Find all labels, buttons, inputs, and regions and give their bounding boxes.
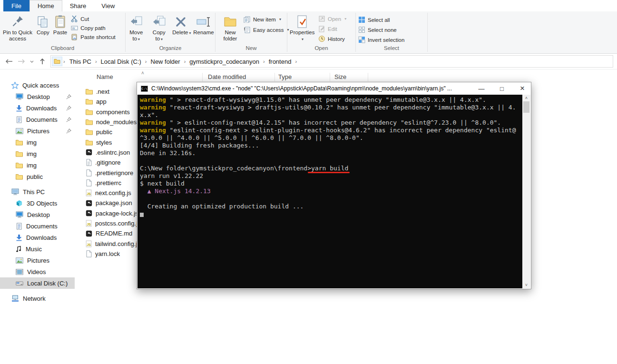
column-header-date-modified[interactable]: Date modified <box>208 73 246 80</box>
address-breadcrumb-box[interactable]: › This PC›Local Disk (C:)›New folder›gym… <box>50 55 613 68</box>
sidebar-item-downloads[interactable]: Downloads <box>0 102 75 114</box>
sidebar-item-desktop[interactable]: Desktop <box>0 91 75 102</box>
scrollbar-thumb[interactable] <box>523 101 529 113</box>
file-name: .prettierignore <box>95 169 133 177</box>
sidebar-item-pictures[interactable]: Pictures <box>0 255 75 266</box>
tab-file[interactable]: File <box>3 0 29 11</box>
history-button[interactable]: History <box>318 35 346 43</box>
invert-selection-button[interactable]: Invert selection <box>358 36 404 44</box>
paste-shortcut-button[interactable]: Paste shortcut <box>71 33 116 41</box>
file-name: next.config.js <box>95 189 131 197</box>
terminal-line: Creating an optimized production build .… <box>140 203 522 210</box>
back-button[interactable] <box>3 56 15 67</box>
move-to-button[interactable]: Move to▾ <box>125 13 147 43</box>
properties-button[interactable]: Properties▾ <box>288 13 316 43</box>
tab-home[interactable]: Home <box>29 0 62 11</box>
sidebar-item-music[interactable]: Music <box>0 243 75 255</box>
sidebar-section-quick-access[interactable]: Quick access <box>0 79 75 91</box>
music-icon <box>16 246 22 253</box>
navigation-pane: Quick accessDesktopDownloadsDocumentsPic… <box>0 70 75 364</box>
breadcrumb-segment[interactable]: Local Disk (C:) <box>98 57 145 66</box>
sidebar-item-img[interactable]: img <box>0 148 75 159</box>
new-item-button[interactable]: New item ▾ <box>244 15 289 23</box>
column-header-size[interactable]: Size <box>334 73 346 80</box>
terminal-cursor <box>140 213 144 217</box>
select-none-button[interactable]: Select none <box>358 26 404 34</box>
pin-glyph-icon <box>66 117 71 122</box>
up-button[interactable] <box>36 56 49 67</box>
sidebar-item-public[interactable]: public <box>0 171 75 182</box>
new-folder-button[interactable]: New folder <box>219 13 242 42</box>
js-file-icon: JS <box>86 220 92 227</box>
breadcrumb-chevron: › <box>294 59 297 64</box>
sidebar-item-3d-objects[interactable]: 3D Objects <box>0 197 75 209</box>
sidebar-section-this-pc[interactable]: This PC <box>0 186 75 197</box>
chevron-down-icon: ▾ <box>189 31 191 35</box>
terminal[interactable]: warning " > react-draft-wysiwyg@1.15.0" … <box>137 95 530 288</box>
breadcrumb-segment[interactable]: frontend <box>265 57 295 66</box>
file-name: app <box>96 98 107 105</box>
sidebar-item-videos[interactable]: Videos <box>0 266 75 277</box>
cmd-title-bar[interactable]: C:\ C:\Windows\system32\cmd.exe - "node"… <box>137 82 531 95</box>
column-header-name[interactable]: Name <box>97 73 113 80</box>
terminal-line: ▲ Next.js 14.2.13 <box>140 187 522 195</box>
svg-text:JS: JS <box>87 223 91 226</box>
terminal-line: warning "react-draft-wysiwyg > draftjs-u… <box>140 104 522 111</box>
js-file-icon: JS <box>86 189 92 197</box>
edit-button[interactable]: Edit <box>318 25 346 33</box>
ribbon-group-organize: Move to▾ Copy to▾ Delete▾ Rename <box>126 11 215 53</box>
pc-icon <box>11 188 19 195</box>
column-divider[interactable] <box>330 73 330 81</box>
sidebar-item-documents[interactable]: Documents <box>0 220 75 232</box>
recent-locations-dropdown[interactable] <box>28 56 36 67</box>
easy-access-button[interactable]: Easy access ▾ <box>244 26 289 34</box>
terminal-line: ^3.0.0 || ^4.0.0 || ^5.0.0 || ^6.0.0 || … <box>140 134 522 142</box>
properties-icon <box>296 14 308 30</box>
chevron-down-icon: ▾ <box>344 17 346 21</box>
close-icon[interactable]: × <box>514 82 531 95</box>
maximize-icon[interactable]: □ <box>493 82 510 95</box>
pin-to-quick-access-button[interactable]: Pin to Quick access <box>0 13 35 42</box>
select-none-icon <box>358 26 365 33</box>
open-button[interactable]: Open ▾ <box>318 15 346 23</box>
sidebar-item-img[interactable]: img <box>0 159 75 171</box>
dark-file-icon <box>86 149 92 156</box>
column-header-type[interactable]: Type <box>278 73 292 80</box>
copy-to-button[interactable]: Copy to▾ <box>147 13 170 43</box>
breadcrumb-segment[interactable]: New folder <box>147 57 184 66</box>
copy-path-button[interactable]: W.. Copy path <box>71 24 116 32</box>
sidebar-item-pictures[interactable]: Pictures <box>0 125 75 137</box>
group-label-select: Select <box>356 45 427 53</box>
column-headers: NameDate modifiedTypeSize˄ <box>75 72 617 82</box>
sidebar-item-downloads[interactable]: Downloads <box>0 232 75 243</box>
sidebar-item-desktop[interactable]: Desktop <box>0 209 75 220</box>
svg-text:JS: JS <box>87 243 91 246</box>
sort-ascending-icon[interactable]: ˄ <box>141 70 144 76</box>
open-icon <box>318 15 325 22</box>
cut-button[interactable]: Cut <box>71 15 116 23</box>
sidebar-item-local-disk-c-[interactable]: Local Disk (C:) <box>0 277 75 289</box>
tab-view[interactable]: View <box>94 0 122 11</box>
minimize-icon[interactable]: — <box>473 82 490 95</box>
network-icon <box>11 295 19 302</box>
copy-button[interactable]: Copy <box>35 13 51 37</box>
sidebar-item-documents[interactable]: Documents <box>0 114 75 125</box>
terminal-line: warning "eslint-config-next > eslint-plu… <box>140 127 522 134</box>
select-all-button[interactable]: Select all <box>358 16 404 24</box>
delete-button[interactable]: Delete▾ <box>170 13 191 38</box>
sidebar-section-network[interactable]: Network <box>0 293 75 304</box>
terminal-scrollbar[interactable]: ˄ ˅ <box>522 95 530 288</box>
column-divider[interactable] <box>274 73 275 81</box>
column-divider[interactable] <box>368 73 368 81</box>
breadcrumb-segment[interactable]: This PC <box>66 57 95 66</box>
forward-button[interactable] <box>15 56 28 67</box>
column-divider[interactable] <box>202 73 203 81</box>
sidebar-item-img[interactable]: img <box>0 137 75 148</box>
rename-button[interactable]: Rename <box>191 13 215 37</box>
breadcrumb-segment[interactable]: gymstickpro_codecanyon <box>186 57 263 66</box>
scroll-down-icon[interactable]: ˅ <box>522 283 530 287</box>
scroll-up-icon[interactable]: ˄ <box>522 96 530 100</box>
terminal-line: warning " > eslint-config-next@14.2.15" … <box>140 119 522 127</box>
tab-share[interactable]: Share <box>62 0 94 11</box>
paste-button[interactable]: Paste <box>51 13 69 37</box>
